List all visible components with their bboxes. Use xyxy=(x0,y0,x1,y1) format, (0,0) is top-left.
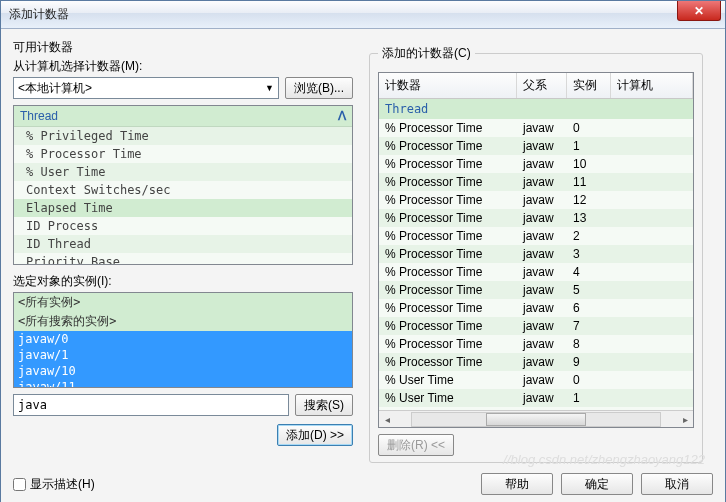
added-group-header[interactable]: Thread xyxy=(379,99,693,119)
added-counter-row[interactable]: % Processor Timejavaw10 xyxy=(379,155,693,173)
computer-combo-value: <本地计算机> xyxy=(18,80,92,97)
instance-item[interactable]: javaw/1 xyxy=(14,347,352,363)
added-counter-row[interactable]: % User Timejavaw1 xyxy=(379,389,693,407)
added-counter-row[interactable]: % Processor Timejavaw7 xyxy=(379,317,693,335)
added-counter-row[interactable]: % User Timejavaw0 xyxy=(379,371,693,389)
bottom-bar: 显示描述(H) 帮助 确定 取消 xyxy=(13,473,713,495)
available-counters-label: 可用计数器 xyxy=(13,39,353,56)
help-button[interactable]: 帮助 xyxy=(481,473,553,495)
counter-item[interactable]: Priority Base xyxy=(14,253,352,265)
scroll-left-icon[interactable]: ◂ xyxy=(379,414,395,425)
instance-item-meta[interactable]: <所有搜索的实例> xyxy=(14,312,352,331)
added-counter-row[interactable]: % Processor Timejavaw9 xyxy=(379,353,693,371)
added-counter-row[interactable]: % Processor Timejavaw4 xyxy=(379,263,693,281)
show-description-label: 显示描述(H) xyxy=(30,476,95,493)
added-counter-row[interactable]: % Processor Timejavaw5 xyxy=(379,281,693,299)
counter-group-header[interactable]: Thread ᐱ xyxy=(14,106,352,127)
computer-combo[interactable]: <本地计算机> ▼ xyxy=(13,77,279,99)
counter-item[interactable]: % User Time xyxy=(14,163,352,181)
instance-item[interactable]: javaw/11 xyxy=(14,379,352,388)
counter-item[interactable]: Context Switches/sec xyxy=(14,181,352,199)
counter-group-name: Thread xyxy=(20,109,58,123)
added-columns-header: 计数器 父系 实例 计算机 xyxy=(379,73,693,99)
col-computer[interactable]: 计算机 xyxy=(611,73,693,98)
col-instance[interactable]: 实例 xyxy=(567,73,611,98)
instance-item[interactable]: javaw/10 xyxy=(14,363,352,379)
search-input[interactable] xyxy=(13,394,289,416)
instance-item-meta[interactable]: <所有实例> xyxy=(14,293,352,312)
instances-label: 选定对象的实例(I): xyxy=(13,273,353,290)
added-counter-row[interactable]: % Processor Timejavaw6 xyxy=(379,299,693,317)
cancel-button[interactable]: 取消 xyxy=(641,473,713,495)
added-counters-list[interactable]: 计数器 父系 实例 计算机 Thread% Processor Timejava… xyxy=(378,72,694,428)
counter-item[interactable]: % Privileged Time xyxy=(14,127,352,145)
add-button[interactable]: 添加(D) >> xyxy=(277,424,353,446)
instance-item[interactable]: javaw/0 xyxy=(14,331,352,347)
show-description-input[interactable] xyxy=(13,478,26,491)
select-computer-label: 从计算机选择计数器(M): xyxy=(13,58,353,75)
added-counter-row[interactable]: % Processor Timejavaw3 xyxy=(379,245,693,263)
chevron-up-icon: ᐱ xyxy=(338,109,346,123)
titlebar[interactable]: 添加计数器 ✕ xyxy=(1,1,725,29)
search-button[interactable]: 搜索(S) xyxy=(295,394,353,416)
dialog-body: 可用计数器 从计算机选择计数器(M): <本地计算机> ▼ 浏览(B)... T… xyxy=(1,29,725,502)
counters-listbox[interactable]: Thread ᐱ % Privileged Time% Processor Ti… xyxy=(13,105,353,265)
added-counters-panel: 添加的计数器(C) 计数器 父系 实例 计算机 Thread% Processo… xyxy=(369,39,703,463)
dialog-window: 添加计数器 ✕ 可用计数器 从计算机选择计数器(M): <本地计算机> ▼ 浏览… xyxy=(0,0,726,502)
instances-listbox[interactable]: <所有实例><所有搜索的实例>javaw/0javaw/1javaw/10jav… xyxy=(13,292,353,388)
close-icon: ✕ xyxy=(694,4,704,18)
counter-item[interactable]: ID Thread xyxy=(14,235,352,253)
close-button[interactable]: ✕ xyxy=(677,1,721,21)
added-counter-row[interactable]: % Processor Timejavaw13 xyxy=(379,209,693,227)
remove-button[interactable]: 删除(R) << xyxy=(378,434,454,456)
counter-item[interactable]: ID Process xyxy=(14,217,352,235)
added-counters-fieldset: 添加的计数器(C) 计数器 父系 实例 计算机 Thread% Processo… xyxy=(369,45,703,463)
added-counters-label: 添加的计数器(C) xyxy=(378,45,475,62)
added-counter-row[interactable]: % Processor Timejavaw1 xyxy=(379,137,693,155)
scrollbar-thumb[interactable] xyxy=(486,413,585,426)
added-counter-row[interactable]: % Processor Timejavaw12 xyxy=(379,191,693,209)
browse-button[interactable]: 浏览(B)... xyxy=(285,77,353,99)
counter-item[interactable]: Elapsed Time xyxy=(14,199,352,217)
scroll-right-icon[interactable]: ▸ xyxy=(677,414,693,425)
added-counter-row[interactable]: % Processor Timejavaw2 xyxy=(379,227,693,245)
col-parent[interactable]: 父系 xyxy=(517,73,567,98)
window-title: 添加计数器 xyxy=(9,6,69,23)
added-counter-row[interactable]: % Processor Timejavaw8 xyxy=(379,335,693,353)
added-counter-row[interactable]: % Processor Timejavaw11 xyxy=(379,173,693,191)
added-counter-row[interactable]: % Processor Timejavaw0 xyxy=(379,119,693,137)
horizontal-scrollbar[interactable]: ◂ ▸ xyxy=(379,410,693,427)
ok-button[interactable]: 确定 xyxy=(561,473,633,495)
counter-item[interactable]: % Processor Time xyxy=(14,145,352,163)
chevron-down-icon: ▼ xyxy=(265,83,274,93)
available-counters-panel: 可用计数器 从计算机选择计数器(M): <本地计算机> ▼ 浏览(B)... T… xyxy=(13,39,353,446)
col-counter[interactable]: 计数器 xyxy=(379,73,517,98)
show-description-checkbox[interactable]: 显示描述(H) xyxy=(13,476,95,493)
